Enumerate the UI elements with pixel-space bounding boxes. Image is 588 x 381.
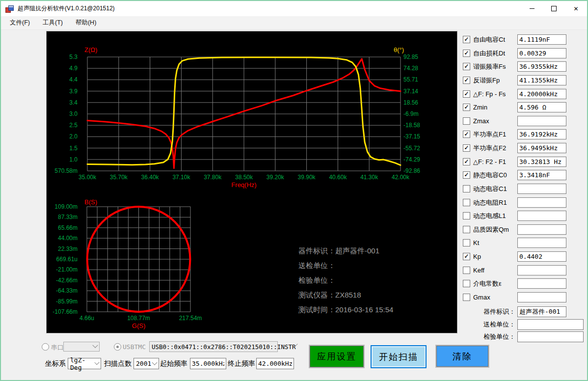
y-left-tick: 4.4	[69, 76, 78, 83]
param-value-input[interactable]	[517, 170, 566, 180]
apply-settings-button[interactable]: 应用设置	[309, 345, 365, 368]
overlay-info-line: 测试时间：2016-03-16 15:54	[298, 305, 393, 314]
param-value-input[interactable]	[517, 184, 566, 194]
y-right-tick: 37.14	[403, 88, 418, 95]
param-value-input[interactable]	[517, 197, 566, 208]
param-value-input[interactable]	[517, 251, 566, 262]
id-field-label: 器件标识：	[461, 306, 515, 317]
param-value-input[interactable]	[517, 278, 566, 289]
usbtmc-address-combo[interactable]: USB0::0x0471::0x2786::T020215010::INSTR	[149, 341, 278, 352]
id-field-input[interactable]	[517, 306, 566, 317]
start-freq-input[interactable]	[190, 358, 226, 369]
serial-port-combo[interactable]	[63, 342, 100, 352]
y-left-tick: 570.58m	[54, 167, 78, 174]
y-right-tick: -18.58	[403, 122, 420, 129]
param-value-input[interactable]	[517, 224, 566, 235]
start-scan-button[interactable]: 开始扫描	[371, 345, 427, 368]
x-tick: 40.60k	[329, 174, 347, 181]
y-right-tick: 55.71	[403, 76, 418, 83]
scan-points-combo[interactable]: 2001	[134, 358, 159, 369]
check-icon: ✓	[464, 131, 469, 137]
serial-radio-label: 串口	[51, 343, 64, 352]
param-label: 反谐振Fp	[473, 75, 500, 85]
param-checkbox[interactable]	[463, 267, 470, 274]
param-value-input[interactable]	[517, 265, 566, 275]
menu-item-2[interactable]: 帮助(H)	[70, 17, 102, 29]
param-label: Kt	[473, 238, 479, 248]
param-value-input[interactable]	[517, 75, 566, 85]
param-value-input[interactable]	[517, 48, 566, 58]
param-value-input[interactable]	[517, 238, 566, 248]
scan-points-label: 扫描点数	[104, 359, 132, 368]
param-checkbox[interactable]: ✓	[463, 131, 470, 138]
param-value-input[interactable]	[517, 157, 566, 167]
y-right-tick: 92.85	[403, 54, 418, 60]
minimize-button-icon[interactable]	[521, 1, 543, 16]
param-checkbox[interactable]	[463, 212, 470, 219]
param-checkbox[interactable]: ✓	[463, 104, 470, 111]
y-left-tick: 4.9	[69, 65, 78, 72]
id-field-label: 送检单位：	[461, 319, 515, 330]
param-label: 半功率点F1	[473, 129, 506, 139]
x-tick: 4.66u	[80, 315, 94, 322]
param-label: 自由电容Ct	[473, 34, 505, 45]
charts-canvas: 5.34.94.43.93.43.02.52.01.51.0570.58m92.…	[47, 31, 457, 333]
id-field-input[interactable]	[517, 319, 584, 330]
param-checkbox[interactable]: ✓	[463, 50, 470, 57]
usbtmc-radio[interactable]	[114, 343, 121, 351]
start-freq-label: 起始频率	[160, 359, 187, 368]
param-value-input[interactable]	[517, 61, 566, 72]
param-checkbox[interactable]: ✓	[463, 63, 470, 70]
coord-system-combo[interactable]: lgZ-Deg	[68, 358, 101, 369]
param-checkbox[interactable]: ✓	[463, 90, 470, 98]
menu-item-1[interactable]: 工具(T)	[37, 17, 69, 29]
maximize-button-icon[interactable]	[543, 1, 565, 16]
param-value-input[interactable]	[517, 292, 566, 302]
y-right-tick: -55.72	[403, 145, 420, 152]
param-label: 半功率点F2	[473, 143, 506, 153]
param-checkbox[interactable]	[463, 239, 470, 246]
susceptance-axis-title: B(S)	[84, 198, 97, 206]
x-tick: 217.54m	[179, 315, 202, 322]
param-checkbox[interactable]: ✓	[463, 253, 470, 260]
param-checkbox[interactable]	[463, 117, 470, 125]
y-tick: -85.99m	[56, 298, 78, 305]
param-checkbox[interactable]: ✓	[463, 158, 470, 165]
param-value-input[interactable]	[517, 34, 566, 45]
param-checkbox[interactable]: ✓	[463, 144, 470, 152]
param-checkbox[interactable]: ✓	[463, 36, 470, 43]
param-checkbox[interactable]	[463, 185, 470, 192]
param-checkbox[interactable]	[463, 280, 470, 287]
param-value-input[interactable]	[517, 102, 566, 112]
param-label: 自由损耗Dt	[473, 48, 505, 58]
y-right-tick: 18.56	[403, 99, 418, 106]
param-value-input[interactable]	[517, 89, 566, 99]
x-tick: 108.77m	[127, 315, 150, 322]
x-tick: 39.90k	[298, 174, 316, 181]
y-left-tick: 1.0	[69, 156, 78, 163]
param-checkbox[interactable]: ✓	[463, 171, 470, 179]
chevron-down-icon	[152, 359, 157, 365]
id-field-input[interactable]	[517, 331, 584, 342]
param-label: 动态电感L1	[473, 211, 506, 221]
x-tick: 42.00k	[392, 174, 410, 181]
serial-radio[interactable]	[42, 343, 49, 351]
param-checkbox[interactable]	[463, 226, 470, 233]
param-label: 介电常数ε	[473, 278, 502, 289]
param-value-input[interactable]	[517, 129, 566, 139]
param-value-input[interactable]	[517, 116, 566, 126]
close-button-icon[interactable]: ✕	[565, 1, 587, 16]
check-icon: ✓	[464, 36, 469, 42]
check-icon: ✓	[464, 63, 469, 69]
param-checkbox[interactable]	[463, 294, 470, 301]
param-value-input[interactable]	[517, 211, 566, 221]
y-left-tick: 1.5	[69, 145, 78, 152]
param-value-input[interactable]	[517, 143, 566, 153]
param-checkbox[interactable]	[463, 199, 470, 206]
y-left-tick: 2.5	[69, 122, 78, 129]
clear-button[interactable]: 清除	[435, 345, 489, 368]
y-right-tick: -6.9m	[403, 110, 419, 117]
param-checkbox[interactable]: ✓	[463, 77, 470, 84]
stop-freq-input[interactable]	[256, 358, 294, 369]
menu-item-0[interactable]: 文件(F)	[4, 17, 36, 29]
